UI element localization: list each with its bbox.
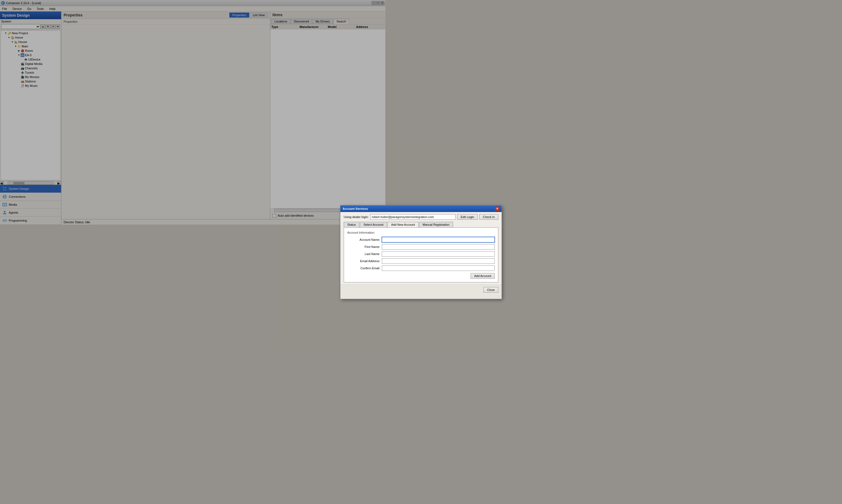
- dialog-titlebar: Account Services ✕: [340, 205, 385, 212]
- dialog-tab-select-account[interactable]: Select Account: [360, 222, 385, 227]
- dialog-tab-status[interactable]: Status: [344, 222, 359, 227]
- dialog-content: Account Information: Account Name: First…: [344, 228, 385, 230]
- modal-overlay: Account Services ✕ Using dealer login: E…: [0, 0, 385, 230]
- dealer-login-input[interactable]: [370, 214, 385, 220]
- dialog-body: Using dealer login: Edit Login Check In …: [340, 212, 385, 230]
- dealer-login-label: Using dealer login:: [344, 215, 369, 219]
- account-services-dialog: Account Services ✕ Using dealer login: E…: [340, 205, 385, 230]
- dialog-tabs: Status Select Account Add New Account Ma…: [344, 222, 385, 228]
- dealer-row: Using dealer login: Edit Login Check In: [344, 214, 385, 220]
- dialog-title: Account Services: [343, 207, 368, 210]
